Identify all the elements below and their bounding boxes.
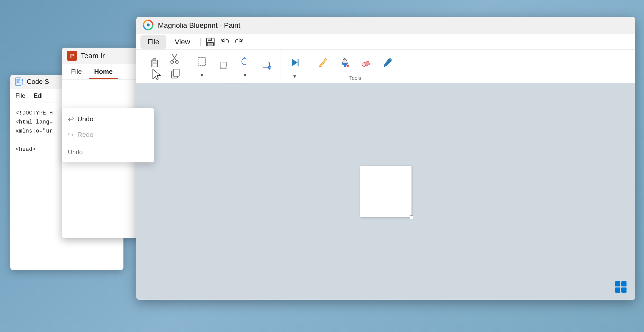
code-editor-title: Code S (27, 78, 49, 86)
svg-text:AI: AI (269, 67, 271, 69)
svg-rect-1 (16, 79, 20, 80)
canvas-resize-handle[interactable] (410, 215, 413, 219)
code-editor-app-icon (14, 77, 24, 86)
undo-footer-label: Undo (68, 148, 83, 155)
svg-rect-45 (615, 281, 620, 286)
color-picker-button[interactable] (378, 53, 397, 72)
paint-canvas[interactable] (136, 83, 635, 300)
ppt-title: Team Ir (81, 52, 105, 60)
rotate-button[interactable] (235, 52, 255, 71)
svg-rect-15 (153, 59, 156, 61)
copy-button[interactable] (167, 67, 184, 81)
svg-rect-13 (209, 43, 212, 45)
svg-point-9 (147, 23, 150, 27)
fill-button[interactable] (285, 53, 305, 72)
redo-label: Redo (77, 131, 93, 139)
svg-rect-25 (198, 58, 205, 65)
paste-dropdown[interactable]: ▼ (150, 73, 159, 80)
paint-menu-divider (200, 38, 201, 46)
select-button[interactable] (192, 52, 212, 71)
svg-rect-16 (153, 61, 157, 66)
crop-button[interactable] (214, 56, 233, 75)
svg-point-44 (384, 65, 386, 67)
fill-dropdown[interactable]: ▼ (290, 73, 299, 80)
svg-point-41 (346, 65, 349, 67)
pencil-button[interactable] (313, 53, 333, 72)
image-tools: ▼ (192, 52, 276, 79)
svg-rect-48 (621, 287, 627, 293)
paint-window: Magnolia Blueprint - Paint File View (136, 17, 635, 300)
tools-row (313, 52, 397, 73)
redo-item[interactable]: ↪ Redo (62, 127, 154, 143)
paint-menu-file[interactable]: File (140, 35, 166, 49)
eraser-button[interactable] (356, 53, 376, 72)
svg-rect-6 (22, 79, 23, 81)
svg-rect-24 (173, 69, 179, 76)
svg-rect-47 (615, 287, 620, 293)
canvas-drawing-area[interactable] (360, 166, 412, 217)
code-menu-file[interactable]: File (15, 92, 25, 99)
paint-menubar: File View (136, 34, 635, 50)
save-button[interactable] (204, 35, 217, 49)
svg-rect-2 (16, 80, 20, 81)
undo-label: Undo (77, 115, 93, 123)
undo-item[interactable]: ↩ Undo (62, 111, 154, 127)
desktop: Code S File Edi <!DOCTYPE H <html lang= … (0, 0, 644, 332)
image-section: ▼ (188, 50, 281, 83)
tools-label: Tools (349, 73, 361, 81)
paint-ribbon-tools: ▼ (136, 50, 635, 83)
ai-enhance-button[interactable]: AI (257, 56, 276, 75)
paint-title: Magnolia Blueprint - Paint (158, 21, 629, 30)
svg-rect-11 (208, 38, 212, 41)
select-dropdown[interactable]: ▼ (197, 72, 207, 79)
undo-footer: Undo (62, 145, 154, 159)
ppt-tab-file[interactable]: File (66, 65, 87, 79)
code-menu-edit[interactable]: Edi (34, 92, 43, 99)
paint-ribbon: File View (136, 34, 635, 83)
svg-rect-40 (344, 64, 346, 67)
redo-icon: ↪ (68, 130, 74, 139)
clipboard-tools: ▼ (145, 52, 184, 81)
taskbar-grid-icon[interactable] (614, 280, 628, 294)
fill-bucket-button[interactable] (335, 53, 354, 72)
paint-menu-view[interactable]: View (167, 35, 197, 49)
svg-rect-3 (16, 81, 19, 82)
svg-rect-36 (298, 59, 299, 66)
svg-rect-4 (16, 82, 20, 83)
undo-dropdown: ↩ Undo ↪ Redo Undo (62, 108, 154, 162)
paint-app-icon (142, 19, 154, 32)
svg-rect-46 (621, 281, 627, 286)
undo-icon: ↩ (68, 115, 74, 123)
svg-marker-35 (292, 59, 298, 66)
paint-titlebar: Magnolia Blueprint - Paint (136, 17, 635, 34)
resize-tools: ▼ (285, 52, 305, 81)
ppt-app-icon: P (67, 51, 77, 61)
resize-section: ▼ (281, 50, 309, 83)
ppt-tab-home[interactable]: Home (89, 65, 118, 79)
tools-section: Tools (309, 50, 401, 83)
cut-button[interactable] (167, 52, 184, 66)
paste-button[interactable] (145, 52, 165, 73)
rotate-dropdown[interactable]: ▼ (240, 72, 250, 79)
redo-button[interactable] (232, 35, 246, 49)
undo-button[interactable] (218, 35, 231, 49)
clipboard-section: ▼ (140, 50, 188, 83)
